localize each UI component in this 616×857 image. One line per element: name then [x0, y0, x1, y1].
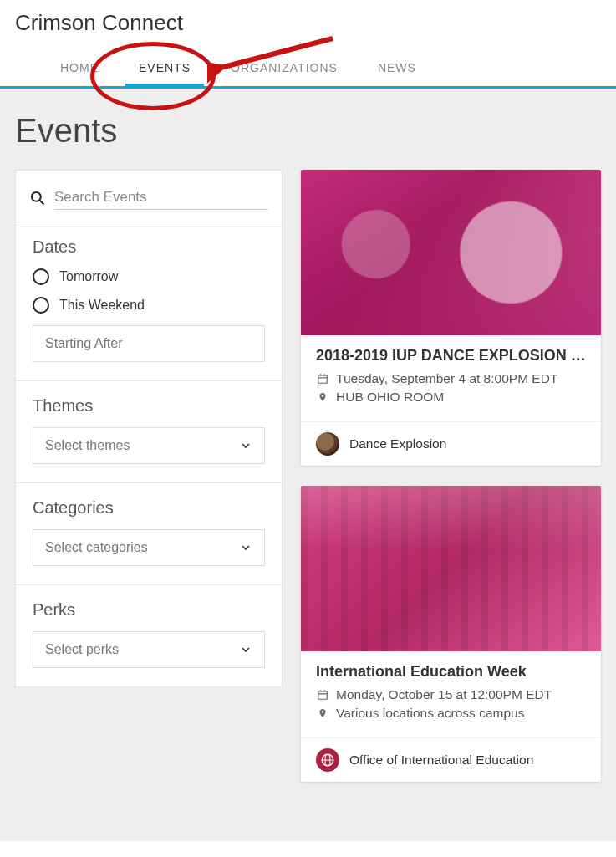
org-avatar: [316, 432, 339, 456]
categories-placeholder: Select categories: [45, 540, 148, 555]
chevron-down-icon: [239, 439, 252, 452]
location-icon: [316, 707, 329, 719]
content-area: Events Dates Tomorrow: [0, 89, 616, 841]
svg-rect-2: [318, 375, 328, 383]
header: Crimson Connect HOME EVENTS ORGANIZATION…: [0, 0, 616, 86]
event-datetime: Monday, October 15 at 12:00PM EDT: [336, 687, 552, 702]
filter-sidebar: Dates Tomorrow This Weekend Themes: [15, 170, 283, 687]
search-input[interactable]: [54, 186, 268, 210]
main-nav: HOME EVENTS ORGANIZATIONS NEWS: [15, 51, 601, 86]
location-icon: [316, 391, 329, 403]
event-image: [301, 170, 601, 335]
nav-organizations[interactable]: ORGANIZATIONS: [211, 51, 358, 86]
nav-news[interactable]: NEWS: [358, 51, 436, 86]
filter-categories: Categories Select categories: [16, 483, 282, 584]
org-name: Dance Explosion: [349, 436, 446, 451]
org-name: Office of International Education: [349, 752, 533, 768]
chevron-down-icon: [239, 541, 252, 554]
event-title: 2018-2019 IUP DANCE EXPLOSION …: [316, 347, 586, 365]
event-list: 2018-2019 IUP DANCE EXPLOSION … Tuesday,…: [301, 170, 601, 782]
filter-categories-title: Categories: [33, 498, 265, 518]
event-datetime: Tuesday, September 4 at 8:00PM EDT: [336, 371, 557, 386]
perks-placeholder: Select perks: [45, 642, 119, 657]
nav-home[interactable]: HOME: [40, 51, 119, 86]
search-icon: [29, 190, 46, 207]
chevron-down-icon: [239, 643, 252, 656]
filter-perks: Perks Select perks: [16, 585, 282, 686]
themes-select[interactable]: Select themes: [33, 427, 265, 464]
svg-point-0: [32, 191, 41, 201]
filter-themes: Themes Select themes: [16, 381, 282, 482]
brand-title: Crimson Connect: [15, 10, 601, 36]
filter-perks-title: Perks: [33, 600, 265, 620]
event-title: International Education Week: [316, 663, 586, 681]
date-option-label: Tomorrow: [59, 269, 118, 284]
filter-dates: Dates Tomorrow This Weekend: [16, 222, 282, 380]
page-title: Events: [15, 112, 601, 150]
categories-select[interactable]: Select categories: [33, 529, 265, 566]
svg-line-1: [40, 200, 44, 204]
event-card[interactable]: International Education Week Monday, Oct…: [301, 486, 601, 782]
event-card[interactable]: 2018-2019 IUP DANCE EXPLOSION … Tuesday,…: [301, 170, 601, 466]
themes-placeholder: Select themes: [45, 438, 130, 453]
event-location: Various locations across campus: [336, 706, 524, 721]
event-location: HUB OHIO ROOM: [336, 390, 444, 405]
event-image: [301, 486, 601, 651]
org-avatar: [316, 748, 339, 772]
date-option-this-weekend[interactable]: This Weekend: [33, 297, 265, 314]
svg-rect-6: [318, 691, 328, 699]
filter-themes-title: Themes: [33, 396, 265, 416]
perks-select[interactable]: Select perks: [33, 631, 265, 668]
nav-events[interactable]: EVENTS: [119, 51, 211, 86]
calendar-icon: [316, 689, 329, 701]
radio-icon: [33, 268, 49, 285]
radio-icon: [33, 297, 49, 314]
date-option-label: This Weekend: [59, 298, 145, 313]
filter-dates-title: Dates: [33, 237, 265, 257]
starting-after-input[interactable]: [33, 325, 265, 362]
calendar-icon: [316, 373, 329, 385]
date-option-tomorrow[interactable]: Tomorrow: [33, 268, 265, 285]
